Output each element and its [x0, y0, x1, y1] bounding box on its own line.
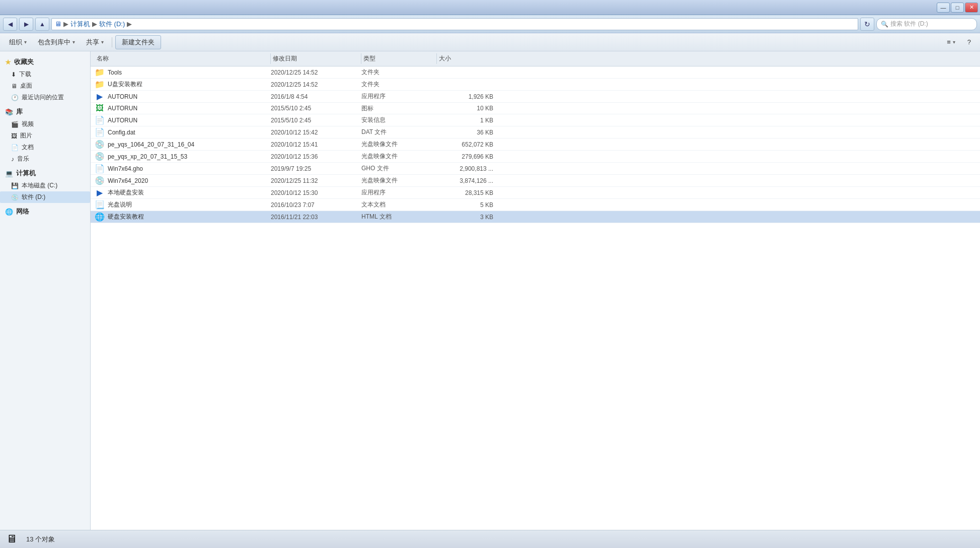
file-type: 文件夹 [361, 68, 437, 77]
file-row[interactable]: ▶ AUTORUN 2016/1/8 4:54 应用程序 1,926 KB [91, 91, 980, 103]
share-button[interactable]: 共享 ▾ [81, 35, 109, 49]
file-row[interactable]: 📄 Win7x64.gho 2019/9/7 19:25 GHO 文件 2,90… [91, 163, 980, 175]
computer-header[interactable]: 💻 计算机 [0, 167, 90, 180]
file-name: Win7x64_2020 [108, 177, 148, 184]
document-label: 文档 [22, 143, 34, 152]
search-placeholder: 搜索 软件 (D:) [890, 20, 928, 28]
libraries-header[interactable]: 📚 库 [0, 105, 90, 118]
file-row[interactable]: ▶ 本地硬盘安装 2020/10/12 15:30 应用程序 28,315 KB [91, 187, 980, 199]
sidebar-item-image[interactable]: 🖼 图片 [0, 130, 90, 142]
file-date: 2015/5/10 2:45 [271, 105, 361, 112]
file-row[interactable]: 📁 Tools 2020/12/25 14:52 文件夹 [91, 66, 980, 79]
file-size: 3 KB [437, 214, 497, 221]
image-label: 图片 [20, 131, 32, 140]
include-label: 包含到库中 [38, 38, 70, 47]
path-drive[interactable]: 软件 (D:) [99, 20, 125, 29]
file-row[interactable]: 📁 U盘安装教程 2020/12/25 14:52 文件夹 [91, 79, 980, 91]
file-type: 图标 [361, 104, 437, 113]
favorites-icon: ★ [5, 58, 11, 66]
file-icon: 📄 [95, 115, 105, 125]
col-name[interactable]: 名称 [95, 53, 271, 64]
file-date: 2016/11/21 22:03 [271, 214, 361, 221]
file-type: HTML 文档 [361, 213, 437, 221]
path-computer[interactable]: 计算机 [70, 20, 90, 29]
back-button[interactable]: ◀ [3, 18, 17, 31]
file-row[interactable]: 💿 pe_yqs_1064_20_07_31_16_04 2020/10/12 … [91, 139, 980, 151]
recent-icon: 🕐 [11, 94, 19, 101]
file-row[interactable]: 📄 Config.dat 2020/10/12 15:42 DAT 文件 36 … [91, 126, 980, 139]
sidebar-item-document[interactable]: 📄 文档 [0, 142, 90, 153]
sidebar: ★ 收藏夹 ⬇ 下载 🖥 桌面 🕐 最近访问的位置 📚 库 � [0, 51, 91, 530]
window-controls: — □ ✕ [937, 3, 978, 13]
sidebar-item-download[interactable]: ⬇ 下载 [0, 68, 90, 80]
file-name-cell: 💿 pe_yqs_1064_20_07_31_16_04 [95, 140, 271, 149]
favorites-header[interactable]: ★ 收藏夹 [0, 55, 90, 68]
view-icon: ≡ [947, 38, 951, 46]
refresh-button[interactable]: ↻ [860, 18, 874, 31]
file-icon: 💿 [95, 140, 105, 149]
network-label: 网络 [16, 207, 29, 216]
file-date: 2015/5/10 2:45 [271, 117, 361, 124]
file-type: 应用程序 [361, 92, 437, 101]
file-icon: ▶ [95, 92, 105, 101]
file-name: AUTORUN [108, 117, 137, 124]
file-date: 2019/9/7 19:25 [271, 165, 361, 172]
sidebar-item-drive-c[interactable]: 💾 本地磁盘 (C:) [0, 180, 90, 191]
file-size: 36 KB [437, 129, 497, 136]
maximize-button[interactable]: □ [951, 3, 964, 13]
file-row[interactable]: 🖼 AUTORUN 2015/5/10 2:45 图标 10 KB [91, 103, 980, 114]
help-button[interactable]: ? [962, 35, 976, 49]
col-size[interactable]: 大小 [437, 53, 497, 64]
new-folder-button[interactable]: 新建文件夹 [115, 35, 161, 49]
sidebar-item-music[interactable]: ♪ 音乐 [0, 153, 90, 165]
file-size: 279,696 KB [437, 153, 497, 160]
libraries-icon: 📚 [5, 108, 13, 116]
view-chevron: ▾ [953, 39, 955, 45]
include-button[interactable]: 包含到库中 ▾ [33, 35, 80, 49]
file-size: 1,926 KB [437, 93, 497, 100]
up-button[interactable]: ▲ [35, 18, 49, 31]
view-button[interactable]: ≡ ▾ [942, 35, 960, 49]
file-name-cell: 📄 Win7x64.gho [95, 164, 271, 173]
desktop-label: 桌面 [20, 82, 32, 90]
sidebar-item-video[interactable]: 🎬 视频 [0, 118, 90, 130]
file-row[interactable]: 💿 Win7x64_2020 2020/12/25 11:32 光盘映像文件 3… [91, 175, 980, 187]
file-date: 2020/10/12 15:41 [271, 141, 361, 148]
sidebar-item-drive-d[interactable]: 💿 软件 (D:) [0, 191, 90, 203]
share-chevron: ▾ [101, 39, 104, 45]
file-name: pe_yqs_xp_20_07_31_15_53 [108, 153, 187, 160]
include-chevron: ▾ [72, 39, 75, 45]
col-type[interactable]: 类型 [361, 53, 437, 64]
close-button[interactable]: ✕ [965, 3, 978, 13]
file-name: 硬盘安装教程 [108, 213, 144, 221]
address-path[interactable]: 🖥 ▶ 计算机 ▶ 软件 (D:) ▶ [51, 18, 858, 30]
organize-button[interactable]: 组织 ▾ [4, 35, 32, 49]
document-icon: 📄 [11, 144, 19, 151]
download-label: 下载 [19, 70, 31, 79]
network-header[interactable]: 🌐 网络 [0, 205, 90, 218]
file-row[interactable]: 💿 pe_yqs_xp_20_07_31_15_53 2020/10/12 15… [91, 151, 980, 163]
file-name-cell: ▶ 本地硬盘安装 [95, 188, 271, 197]
file-date: 2020/12/25 14:52 [271, 81, 361, 88]
file-row[interactable]: 📃 光盘说明 2016/10/23 7:07 文本文档 5 KB [91, 199, 980, 211]
file-name: pe_yqs_1064_20_07_31_16_04 [108, 141, 194, 148]
file-name: Tools [108, 69, 122, 76]
search-box[interactable]: 🔍 搜索 软件 (D:) [876, 18, 977, 30]
video-icon: 🎬 [11, 121, 19, 128]
sidebar-item-desktop[interactable]: 🖥 桌面 [0, 80, 90, 92]
col-date[interactable]: 修改日期 [271, 53, 361, 64]
file-date: 2020/10/12 15:36 [271, 153, 361, 160]
file-size: 652,072 KB [437, 141, 497, 148]
forward-button[interactable]: ▶ [19, 18, 33, 31]
sidebar-item-recent[interactable]: 🕐 最近访问的位置 [0, 92, 90, 103]
file-row[interactable]: 📄 AUTORUN 2015/5/10 2:45 安装信息 1 KB [91, 114, 980, 126]
file-row[interactable]: 🌐 硬盘安装教程 2016/11/21 22:03 HTML 文档 3 KB [91, 211, 980, 223]
file-type: 应用程序 [361, 188, 437, 197]
minimize-button[interactable]: — [937, 3, 950, 13]
file-icon: 📄 [95, 164, 105, 173]
drive-d-icon: 💿 [11, 194, 19, 201]
file-type: 光盘映像文件 [361, 152, 437, 161]
file-size: 5 KB [437, 201, 497, 209]
file-date: 2020/12/25 11:32 [271, 177, 361, 184]
file-name: Win7x64.gho [108, 165, 143, 172]
